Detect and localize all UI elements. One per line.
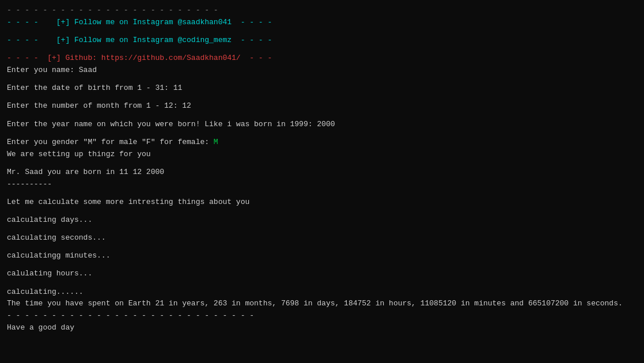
- terminal-line-6: Enter you name: Saad: [7, 65, 637, 77]
- terminal-line-32: - - - - - - - - - - - - - - - - - - - - …: [7, 310, 637, 322]
- terminal-line-18: ----------: [7, 179, 637, 191]
- terminal-line-31: The time you have spent on Earth 21 in y…: [7, 298, 637, 310]
- terminal-line-4: [7, 47, 637, 52]
- terminal-line-17: Mr. Saad you are born in 11 12 2000: [7, 167, 637, 179]
- terminal-line-3: - - - - [+] Follow me on Instagram @codi…: [7, 35, 637, 47]
- terminal-line-10: Enter the number of month from 1 - 12: 1…: [7, 100, 637, 112]
- terminal-line-2: [7, 29, 637, 35]
- terminal-line-11: [7, 112, 637, 118]
- terminal-line-0: - - - - - - - - - - - - - - - - - - - - …: [7, 5, 637, 17]
- terminal-line-13: [7, 130, 637, 136]
- terminal-line-24: calculating seconds...: [7, 232, 637, 244]
- terminal-line-5: - - - - [+] Github: https://github.com/S…: [7, 52, 637, 65]
- terminal-line-21: [7, 208, 637, 214]
- terminal-line-19: [7, 190, 637, 196]
- terminal-line-23: [7, 226, 637, 232]
- terminal-window: - - - - - - - - - - - - - - - - - - - - …: [0, 0, 644, 363]
- terminal-line-16: [7, 160, 637, 166]
- terminal-line-30: calculating......: [7, 286, 637, 298]
- terminal-line-28: calulating hours...: [7, 268, 637, 280]
- terminal-line-9: [7, 94, 637, 100]
- terminal-line-12: Enter the year name on which you were bo…: [7, 119, 637, 131]
- terminal-line-15: We are setting up thingz for you: [7, 149, 637, 161]
- terminal-line-29: [7, 280, 637, 286]
- terminal-line-33: Have a good day: [7, 322, 637, 334]
- terminal-line-22: calculating days...: [7, 214, 637, 226]
- terminal-line-20: Let me calculate some more intresting th…: [7, 196, 637, 209]
- terminal-line-1: - - - - [+] Follow me on Instagram @saad…: [7, 17, 637, 29]
- terminal-line-25: [7, 244, 637, 250]
- terminal-line-14: Enter you gender "M" for male "F" for fe…: [7, 137, 637, 149]
- terminal-line-27: [7, 262, 637, 268]
- terminal-line-7: [7, 77, 637, 82]
- terminal-line-8: Enter the date of birth from 1 - 31: 11: [7, 82, 637, 94]
- terminal-line-26: calculatingg minutes...: [7, 250, 637, 262]
